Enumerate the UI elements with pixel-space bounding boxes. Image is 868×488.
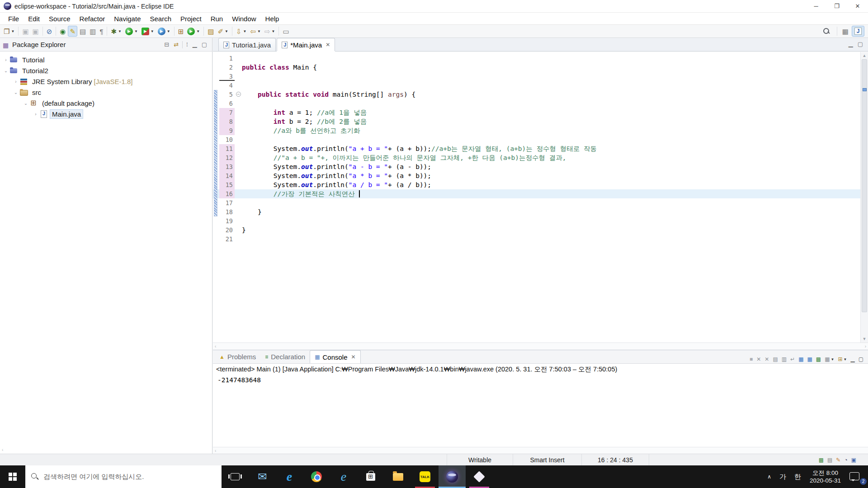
code-line-5[interactable]: 5− public static void main(String[] args… [213,90,868,99]
open-task-button[interactable]: ▤ [78,26,87,37]
internet-explorer-taskbar-button[interactable]: e [330,465,357,488]
store-taskbar-button[interactable] [357,465,384,488]
menu-run[interactable]: Run [206,14,228,24]
dropdown-caret-icon[interactable]: ▼ [167,29,170,33]
code-line-18[interactable]: 18 } [213,207,868,216]
last-edit-location-button[interactable]: ⇩▼ [235,26,248,37]
pin-console-icon[interactable]: ▩ [814,355,823,363]
new-wizard-button[interactable]: ❐▼ [2,26,16,37]
code-line-1[interactable]: 1 [213,54,868,63]
show-stderr-icon[interactable]: ▦ [805,355,814,363]
toggle-mark-occurrences-button[interactable]: ✎ [68,26,77,37]
dropdown-caret-icon[interactable]: ▼ [151,29,154,33]
collapse-fold-icon[interactable]: − [236,92,241,97]
menu-project[interactable]: Project [176,14,206,24]
quick-search-icon[interactable] [822,27,830,35]
minimize-editor-icon[interactable]: ▁ [846,40,855,48]
code-line-16[interactable]: 16 //가장 기본적은 사칙연산 [213,189,868,198]
close-window-button[interactable]: ✕ [847,0,868,13]
menu-navigate[interactable]: Navigate [109,14,145,24]
code-text[interactable]: //가장 기본적은 사칙연산 [242,189,868,198]
dropdown-caret-icon[interactable]: ▼ [196,29,200,33]
dropdown-caret-icon[interactable]: ▼ [243,29,246,33]
tree-expand-arrow[interactable]: ⌄ [23,101,29,106]
fold-marker-column[interactable]: − [235,90,242,99]
collapse-all-icon[interactable]: ⊟ [162,40,171,49]
editor-tab--main-java[interactable]: *Main.java✕ [277,38,335,51]
tree-item-jre-system-library[interactable]: ›JRE System Library[JavaSE-1.8] [0,76,212,87]
profile-button[interactable]: ▶▼ [156,26,172,37]
save-all-button[interactable]: ▣ [31,26,40,37]
minimize-window-button[interactable]: ─ [806,0,826,13]
word-wrap-icon[interactable]: ↵ [788,355,797,363]
minimize-view-icon[interactable]: ▁ [190,40,199,49]
menu-refactor[interactable]: Refactor [75,14,110,24]
tree-item-tutorial[interactable]: ›Tutorial [0,54,212,65]
close-tab-icon[interactable]: ✕ [326,42,330,48]
code-text[interactable] [242,72,868,81]
minimize-view-icon[interactable]: ▁ [849,355,856,363]
code-text[interactable]: System.out.println("a + b = "+ (a + b));… [242,144,868,153]
pin-editor-button[interactable]: ▭ [281,26,290,37]
code-line-3[interactable]: 3 [213,72,868,81]
code-line-12[interactable]: 12 //"a + b = "+, 이까지는 만들어준 하나의 문자열 그자체,… [213,153,868,162]
console-tab-problems[interactable]: ▲Problems [215,350,260,363]
code-line-9[interactable]: 9 //a와 b를 선언하고 초기화 [213,126,868,135]
eclipse-taskbar-button[interactable] [439,465,466,488]
dropdown-caret-icon[interactable]: ▼ [134,29,138,33]
menu-help[interactable]: Help [261,14,284,24]
code-line-21[interactable]: 21 [213,235,868,244]
dropdown-caret-icon[interactable]: ▼ [844,357,847,361]
terminate-icon[interactable]: ■ [748,355,755,363]
tree-expand-arrow[interactable]: › [33,112,39,117]
ink-app-taskbar-button[interactable] [466,465,493,488]
edge-taskbar-button[interactable]: e [276,465,303,488]
code-line-2[interactable]: 2public class Main { [213,63,868,72]
console-hscrollbar[interactable]: ‹ [213,447,868,454]
code-text[interactable]: //"a + b = "+, 이까지는 만들어준 하나의 문자열 그자체, +한… [242,153,868,162]
chrome-taskbar-button[interactable] [303,465,330,488]
notification-icon[interactable]: ▣ [851,457,856,463]
save-button[interactable]: ▣ [21,26,30,37]
view-menu-icon[interactable]: ⁞ [184,40,190,49]
dropdown-caret-icon[interactable]: ▼ [225,29,228,33]
tree-expand-arrow[interactable]: › [13,79,19,84]
code-text[interactable] [242,81,868,90]
editor-vscrollbar[interactable]: ▲ ▼ [860,52,868,343]
code-text[interactable] [242,235,868,244]
code-line-17[interactable]: 17 [213,198,868,207]
console-tab-declaration[interactable]: ≡Declaration [260,350,310,363]
remove-all-launches-icon[interactable]: ✕ [763,355,771,363]
menu-file[interactable]: File [4,14,24,24]
code-text[interactable]: int b = 2; //b에 2를 넣음 [242,117,868,126]
menu-search[interactable]: Search [145,14,176,24]
progress-icon[interactable]: ◔ [844,457,847,463]
mail-taskbar-button[interactable]: ✉ [249,465,276,488]
editor-hscrollbar[interactable]: ‹› [213,343,868,350]
task-view-taskbar-button[interactable] [222,465,249,488]
open-type-button[interactable]: ◉ [58,26,67,37]
external-tools-button[interactable]: ▶▼ [186,26,201,37]
maximize-window-button[interactable]: ❐ [826,0,847,13]
show-whitespace-button[interactable]: ¶ [98,26,104,37]
code-text[interactable]: System.out.println("a / b = "+ (a / b)); [242,180,868,189]
code-text[interactable]: public static void main(String[] args) { [242,90,868,99]
dropdown-caret-icon[interactable]: ▼ [11,29,14,33]
explorer-hscrollbar[interactable]: ‹ [0,446,212,453]
code-line-10[interactable]: 10 [213,135,868,144]
close-tab-icon[interactable]: ✕ [351,354,356,360]
code-line-13[interactable]: 13 System.out.println("a - b = "+ (a - b… [213,162,868,171]
tree-item--default-package-[interactable]: ⌄(default package) [0,98,212,108]
code-line-4[interactable]: 4 [213,81,868,90]
dropdown-caret-icon[interactable]: ▼ [831,357,835,361]
show-stdout-icon[interactable]: ▦ [797,355,805,363]
code-text[interactable] [242,54,868,63]
code-line-14[interactable]: 14 System.out.println("a * b = "+ (a * b… [213,171,868,180]
open-console-icon[interactable]: ⊞▼ [836,355,849,363]
file-explorer-taskbar-button[interactable] [384,465,411,488]
code-text[interactable] [242,198,868,207]
code-text[interactable]: int a = 1; //a에 1을 넣음 [242,108,868,117]
console-tab-console[interactable]: ▦Console✕ [310,350,360,363]
code-line-8[interactable]: 8 int b = 2; //b에 2를 넣음 [213,117,868,126]
code-text[interactable] [242,216,868,225]
